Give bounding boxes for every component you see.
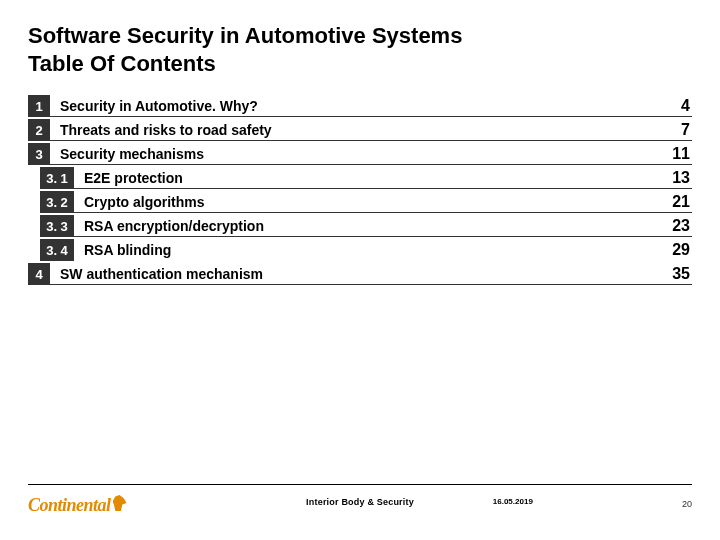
- toc-label: Crypto algorithms: [84, 194, 205, 210]
- toc-indent: [28, 191, 40, 213]
- toc-body: RSA encryption/decryption 23: [74, 215, 692, 237]
- title-line-2: Table Of Contents: [28, 51, 216, 76]
- toc-row-sub: 3. 4 RSA blinding 29: [28, 239, 692, 261]
- toc-row-sub: 3. 3 RSA encryption/decryption 23: [28, 215, 692, 237]
- toc-page: 21: [672, 193, 692, 211]
- toc-page: 13: [672, 169, 692, 187]
- toc-body: RSA blinding 29: [74, 239, 692, 261]
- toc-number: 3. 3: [40, 215, 74, 237]
- toc-row: 3 Security mechanisms 11: [28, 143, 692, 165]
- horse-icon: [113, 495, 127, 511]
- toc-body: SW authentication mechanism 35: [50, 263, 692, 285]
- toc-number: 3. 2: [40, 191, 74, 213]
- page-title: Software Security in Automotive Systems …: [28, 22, 692, 77]
- toc-number: 1: [28, 95, 50, 117]
- footer-division: Interior Body & Security: [306, 497, 414, 507]
- toc-label: Security mechanisms: [60, 146, 204, 162]
- toc-body: Security mechanisms 11: [50, 143, 692, 165]
- slide: Software Security in Automotive Systems …: [0, 0, 720, 540]
- toc-label: SW authentication mechanism: [60, 266, 263, 282]
- toc-row: 2 Threats and risks to road safety 7: [28, 119, 692, 141]
- toc-indent: [28, 215, 40, 237]
- toc-body: E2E protection 13: [74, 167, 692, 189]
- toc-label: RSA encryption/decryption: [84, 218, 264, 234]
- toc-number: 3. 4: [40, 239, 74, 261]
- title-line-1: Software Security in Automotive Systems: [28, 23, 462, 48]
- toc-label: RSA blinding: [84, 242, 171, 258]
- toc-number: 3: [28, 143, 50, 165]
- toc-body: Threats and risks to road safety 7: [50, 119, 692, 141]
- toc-indent: [28, 239, 40, 261]
- toc-page: 7: [681, 121, 692, 139]
- toc-page: 29: [672, 241, 692, 259]
- toc-row: 1 Security in Automotive. Why? 4: [28, 95, 692, 117]
- toc-number: 2: [28, 119, 50, 141]
- logo-text: Continental: [28, 495, 111, 515]
- toc-page: 4: [681, 97, 692, 115]
- toc-row: 4 SW authentication mechanism 35: [28, 263, 692, 285]
- toc-number: 3. 1: [40, 167, 74, 189]
- toc-page: 23: [672, 217, 692, 235]
- toc-indent: [28, 167, 40, 189]
- footer: Continental Interior Body & Security 16.…: [28, 484, 692, 516]
- toc-page: 35: [672, 265, 692, 283]
- toc-body: Crypto algorithms 21: [74, 191, 692, 213]
- toc-row-sub: 3. 2 Crypto algorithms 21: [28, 191, 692, 213]
- footer-date: 16.05.2019: [493, 497, 533, 506]
- footer-page-number: 20: [682, 499, 692, 509]
- toc-number: 4: [28, 263, 50, 285]
- table-of-contents: 1 Security in Automotive. Why? 4 2 Threa…: [28, 95, 692, 285]
- toc-body: Security in Automotive. Why? 4: [50, 95, 692, 117]
- toc-label: E2E protection: [84, 170, 183, 186]
- toc-label: Threats and risks to road safety: [60, 122, 272, 138]
- continental-logo: Continental: [28, 495, 147, 516]
- toc-page: 11: [672, 145, 692, 163]
- toc-row-sub: 3. 1 E2E protection 13: [28, 167, 692, 189]
- toc-label: Security in Automotive. Why?: [60, 98, 258, 114]
